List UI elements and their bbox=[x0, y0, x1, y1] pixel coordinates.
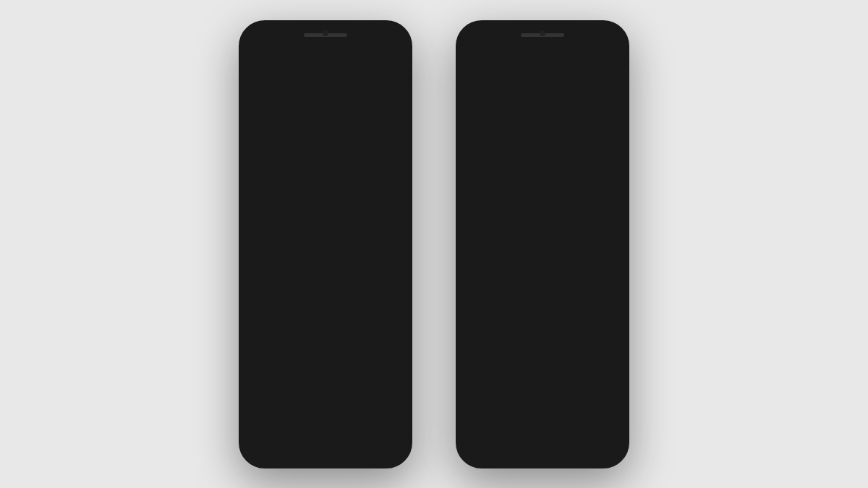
story-avatar-jarrett-dark bbox=[509, 104, 542, 137]
unread-dot-christian-dark bbox=[608, 171, 613, 177]
story-label-hailey-dark: Hailey bbox=[556, 140, 574, 147]
chat-name-roommates-dark: Roommates bbox=[511, 207, 600, 218]
chat-item-surf-light[interactable]: Surf Crew See you there! · Mon bbox=[249, 326, 402, 369]
chat-list-light: Christian Dalonzo Hey how's it going · n… bbox=[244, 153, 407, 369]
svg-point-30 bbox=[560, 112, 570, 122]
story-avatar-alice-light bbox=[370, 104, 404, 137]
battery-icon-dark: ▮ bbox=[586, 29, 590, 37]
story-avatar-alice-dark bbox=[587, 104, 621, 137]
svg-point-10 bbox=[264, 163, 277, 176]
story-label-hailey-light: Hailey bbox=[339, 140, 357, 147]
svg-point-2 bbox=[304, 112, 314, 122]
story-hailey-light[interactable]: Hailey bbox=[331, 104, 365, 147]
svg-point-22 bbox=[380, 344, 384, 348]
chat-item-roommates-light[interactable]: Roommates Kelly sent a sticker · 9m bbox=[249, 196, 402, 239]
unread-dot-roommates-light bbox=[391, 215, 396, 221]
chat-info-roommates-dark: Roommates Kelly sent a sticker · 9m bbox=[511, 207, 600, 227]
chat-item-brendan-dark[interactable]: Brendan Aronoff K sounds good · 8:24am bbox=[466, 283, 619, 326]
story-hailey-dark[interactable]: Hailey bbox=[548, 104, 582, 147]
chat-name-surf-dark: Surf Crew bbox=[511, 338, 577, 348]
story-alice-light[interactable]: Alice bbox=[370, 104, 404, 147]
chat-info-surf-dark: Surf Crew See you there! · Mon bbox=[511, 338, 577, 357]
camera-button-light[interactable]: 📷 bbox=[350, 46, 370, 66]
story-avatar-jarrett-light bbox=[292, 104, 326, 137]
svg-point-51 bbox=[604, 348, 611, 354]
svg-point-31 bbox=[556, 123, 574, 134]
signal-icon-dark: ▲▲▲ bbox=[562, 29, 584, 37]
story-label-add-light: Your Story bbox=[255, 140, 285, 147]
header-title-dark: Chats bbox=[498, 47, 561, 64]
story-label-alice-dark: Alice bbox=[597, 140, 611, 147]
svg-point-45 bbox=[484, 343, 491, 350]
user-avatar-dark[interactable] bbox=[469, 44, 492, 67]
call-icon-amy-dark: 📞 bbox=[596, 248, 613, 265]
status-time-dark: 12:30 bbox=[593, 29, 612, 37]
chat-info-christian-dark: Christian Dalonzo Hey how's it going · n… bbox=[511, 164, 600, 184]
chat-item-amy-light[interactable]: Amy Worrall Missed Call · 37m 📞 bbox=[249, 239, 402, 283]
call-icon-amy-light: 📞 bbox=[379, 248, 396, 265]
svg-point-37 bbox=[477, 177, 498, 190]
chat-item-amy-dark[interactable]: Amy Worrall Missed Call · 37m 📞 bbox=[466, 239, 619, 283]
dark-phone: ▾ ▲▲▲ ▮ 12:30 Chats 📷 ✏ 🔍 Search + You bbox=[456, 20, 629, 468]
svg-point-12 bbox=[264, 207, 277, 220]
header-title-light: Chats bbox=[281, 47, 344, 64]
svg-point-28 bbox=[521, 112, 531, 122]
svg-point-16 bbox=[264, 294, 277, 307]
chat-name-amy-light: Amy Worrall bbox=[294, 251, 372, 262]
unread-dot-amy-dark bbox=[608, 268, 613, 274]
chat-info-amy-dark: Amy Worrall Missed Call · 37m bbox=[511, 251, 589, 270]
chat-item-roommates-dark[interactable]: Roommates Kelly sent a sticker · 9m bbox=[466, 196, 619, 239]
svg-point-13 bbox=[260, 221, 281, 234]
wifi-icon: ▾ bbox=[339, 29, 342, 37]
story-jarrett-light[interactable]: Jarrett bbox=[292, 104, 326, 147]
svg-point-25 bbox=[387, 348, 394, 354]
chat-avatar-roommates-dark bbox=[472, 202, 503, 234]
story-alice-dark[interactable]: Alice bbox=[587, 104, 621, 147]
chat-avatar-amy-light bbox=[255, 245, 286, 277]
edit-button-light[interactable]: ✏ bbox=[376, 46, 396, 66]
chat-preview-amy-dark: Missed Call · 37m bbox=[511, 262, 589, 270]
chat-avatar-brendan-light bbox=[255, 288, 286, 320]
chat-meta-amy-dark: 📞 bbox=[596, 248, 613, 274]
chat-preview-amy-light: Missed Call · 37m bbox=[294, 262, 372, 270]
story-jarrett-dark[interactable]: Jarrett bbox=[509, 104, 542, 147]
story-add-dark[interactable]: + Your Story bbox=[470, 104, 503, 147]
story-label-add-dark: Your Story bbox=[472, 140, 502, 147]
chat-preview-surf-light: See you there! · Mon bbox=[294, 348, 360, 357]
phone-screen-dark: ▾ ▲▲▲ ▮ 12:30 Chats 📷 ✏ 🔍 Search + You bbox=[461, 26, 624, 463]
svg-point-32 bbox=[599, 112, 609, 122]
search-bar-dark[interactable]: 🔍 Search bbox=[470, 74, 615, 95]
app-header-dark: Chats 📷 ✏ bbox=[461, 40, 624, 72]
chat-name-brendan-light: Brendan Aronoff bbox=[294, 294, 389, 305]
chat-preview-roommates-light: Kelly sent a sticker · 9m bbox=[294, 218, 383, 227]
chat-item-christian-dark[interactable]: Christian Dalonzo Hey how's it going · n… bbox=[466, 153, 619, 196]
chat-item-surf-dark[interactable]: Surf Crew See you there! · Mon bbox=[466, 326, 619, 369]
chat-meta-amy-light: 📞 bbox=[379, 248, 396, 274]
story-avatar-hailey-light bbox=[331, 104, 365, 137]
svg-point-27 bbox=[473, 57, 488, 67]
story-add-light[interactable]: + Your Story bbox=[253, 104, 286, 147]
chat-name-christian-dark: Christian Dalonzo bbox=[511, 164, 600, 175]
chat-item-brendan-light[interactable]: Brendan Aronoff K sounds good · 8:24am bbox=[249, 283, 402, 326]
chat-avatar-christian-dark bbox=[472, 158, 503, 190]
chat-info-amy-light: Amy Worrall Missed Call · 37m bbox=[294, 251, 372, 270]
svg-point-11 bbox=[260, 177, 281, 190]
svg-point-14 bbox=[264, 250, 277, 263]
chat-avatar-surf-dark bbox=[472, 332, 503, 364]
edit-button-dark[interactable]: ✏ bbox=[593, 46, 613, 66]
header-icons-dark: 📷 ✏ bbox=[567, 46, 613, 66]
story-avatar-hailey-dark bbox=[548, 104, 582, 137]
wifi-icon-dark: ▾ bbox=[556, 29, 559, 37]
chat-info-roommates-light: Roommates Kelly sent a sticker · 9m bbox=[294, 207, 383, 227]
chat-list-dark: Christian Dalonzo Hey how's it going · n… bbox=[461, 153, 624, 369]
camera-button-dark[interactable]: 📷 bbox=[567, 46, 587, 66]
story-label-alice-light: Alice bbox=[380, 140, 394, 147]
add-story-btn-dark[interactable]: + bbox=[470, 104, 503, 137]
add-story-btn-light[interactable]: + bbox=[253, 104, 286, 137]
search-icon-dark: 🔍 bbox=[480, 80, 491, 90]
chat-avatar-roommates-light bbox=[255, 202, 286, 234]
chat-item-christian-light[interactable]: Christian Dalonzo Hey how's it going · n… bbox=[249, 153, 402, 196]
user-avatar-light[interactable] bbox=[252, 44, 275, 67]
search-bar-light[interactable]: 🔍 Search bbox=[253, 74, 398, 95]
unread-dot-amy-light bbox=[391, 268, 396, 274]
